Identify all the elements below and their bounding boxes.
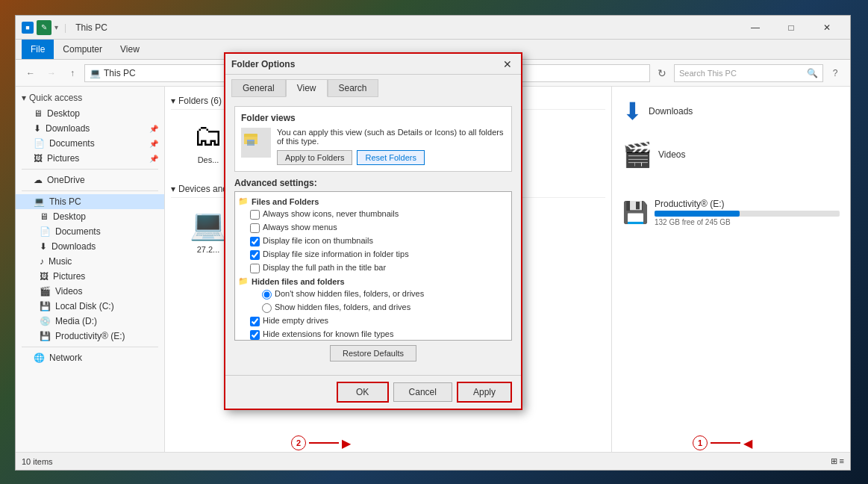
cb-hide-empty-drives[interactable] [250,317,260,326]
annotation-arrow-1: 1 ◀ [693,435,752,450]
restore-defaults-button[interactable]: Restore Defaults [330,345,416,362]
dialog-tab-general[interactable]: General [231,79,286,97]
hidden-files-icon: 📁 [238,276,249,286]
arrow-head-1: ◀ [743,436,752,450]
setting-show-hidden[interactable]: Show hidden files, folders, and drives [238,301,508,314]
ok-button[interactable]: OK [337,382,389,403]
radio-dont-show-hidden[interactable] [262,290,272,300]
setting-display-file-size[interactable]: Display file size information in folder … [238,248,508,261]
setting-hide-extensions[interactable]: Hide extensions for known file types [238,328,508,341]
dialog-overlay: Folder Options ✕ General View Search Fol… [0,0,868,484]
cb-always-menus[interactable] [250,223,260,233]
dialog-title-bar: Folder Options ✕ [225,54,521,75]
dialog-body: Folder views You can apply this view (su… [225,97,521,375]
cancel-button[interactable]: Cancel [393,382,452,402]
dialog-tabs: General View Search [225,75,521,97]
dialog-footer: OK Cancel Apply [225,375,521,409]
radio-show-hidden[interactable] [262,303,272,313]
reset-folders-button[interactable]: Reset Folders [357,150,424,165]
folder-views-title: Folder views [241,113,505,123]
files-folders-icon: 📁 [238,196,249,206]
folder-views-section: Folder views You can apply this view (su… [234,106,512,172]
cb-display-file-icon[interactable] [250,237,260,246]
annotation-arrow-2: 2 ▶ [291,435,351,450]
cb-always-icons[interactable] [250,210,260,220]
setting-display-full-path[interactable]: Display the full path in the title bar [238,261,508,275]
arrow-head-2: ▶ [342,436,351,450]
folder-views-buttons: Apply to Folders Reset Folders [277,150,505,165]
dialog-tab-search[interactable]: Search [328,79,378,97]
setting-dont-show-hidden[interactable]: Don't show hidden files, folders, or dri… [238,288,508,301]
folder-views-icon [241,128,271,158]
category-files-folders: 📁 Files and Folders [238,195,508,208]
cb-display-file-size[interactable] [250,250,260,260]
folder-options-dialog: Folder Options ✕ General View Search Fol… [224,52,522,410]
advanced-label: Advanced settings: [234,178,512,188]
svg-rect-3 [247,140,255,141]
apply-button[interactable]: Apply [457,382,512,403]
folder-views-content: You can apply this view (such as Details… [241,128,505,165]
setting-hide-empty-drives[interactable]: Hide empty drives [238,314,508,328]
arrow-line-2 [309,442,339,444]
settings-list[interactable]: 📁 Files and Folders Always show icons, n… [234,191,512,341]
setting-always-menus[interactable]: Always show menus [238,221,508,235]
annotation-number-2: 2 [291,435,306,450]
dialog-tab-view[interactable]: View [286,79,328,97]
setting-display-file-icon[interactable]: Display file icon on thumbnails [238,235,508,248]
apply-to-folders-button[interactable]: Apply to Folders [277,150,352,165]
annotation-number-1: 1 [693,435,708,450]
cb-hide-extensions[interactable] [250,330,260,340]
category-hidden-files: 📁 Hidden files and folders [238,275,508,288]
setting-always-icons[interactable]: Always show icons, never thumbnails [238,208,508,221]
folder-views-description: You can apply this view (such as Details… [277,128,505,146]
arrow-line-1 [711,442,740,444]
dialog-close-button[interactable]: ✕ [500,57,515,72]
dialog-title: Folder Options [231,59,500,69]
cb-display-full-path[interactable] [250,264,260,273]
